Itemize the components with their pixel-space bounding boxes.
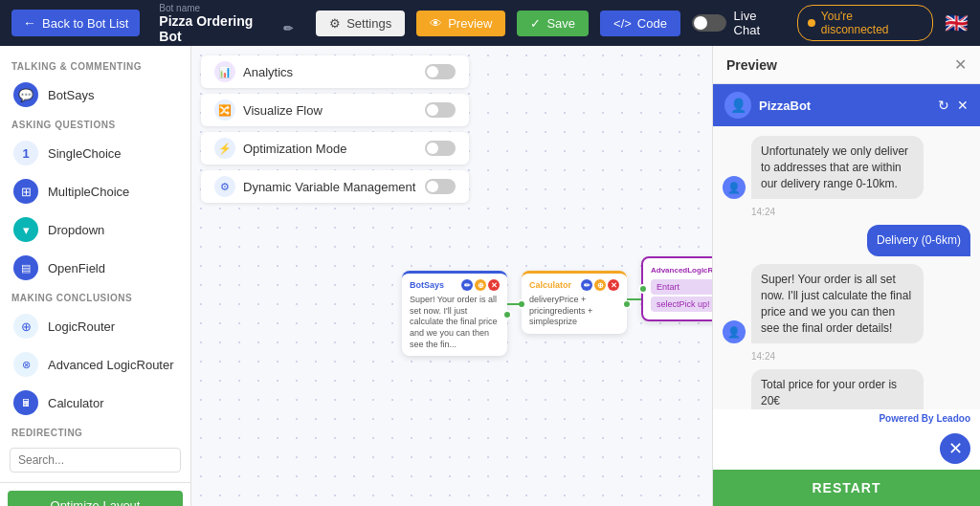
copy-node-icon[interactable]: ⊕ xyxy=(475,279,486,291)
chat-messages: 👤 Unfortunately we only deliver to addre… xyxy=(713,126,980,409)
bot-name-area: Bot name Pizza Ordering Bot ✏ xyxy=(159,3,293,44)
arrow-left-icon: ← xyxy=(23,15,36,31)
canvas-area[interactable]: 📊 Analytics 🔀 Visualize Flow ⚡ xyxy=(191,46,712,506)
section-redirecting-title: Redirecting xyxy=(0,422,190,442)
user-bubble-delivery: Delivery (0-6km) xyxy=(867,225,970,256)
analytics-icon: 📊 xyxy=(214,61,235,82)
edit-calc-icon[interactable]: ✏ xyxy=(581,279,592,291)
node-output-port[interactable] xyxy=(502,310,512,319)
optimization-toggle[interactable] xyxy=(425,141,456,156)
language-flag-icon[interactable]: 🇬🇧 xyxy=(945,11,969,34)
disconnected-badge: You're disconnected xyxy=(797,5,933,41)
sidebar-item-logicrouter[interactable]: ⊕ LogicRouter xyxy=(0,307,190,345)
close-chat-button[interactable]: ✕ xyxy=(957,98,969,113)
canvas-toolbar: 📊 Analytics 🔀 Visualize Flow ⚡ xyxy=(201,55,469,203)
preview-panel: Preview ✕ 👤 PizzaBot ↻ ✕ 👤 Unfortunately… xyxy=(712,46,980,506)
bot-avatar-2: 👤 xyxy=(723,320,746,343)
restart-label: RESTART xyxy=(812,480,880,495)
bot-bubble-1: Unfortunately we only deliver to address… xyxy=(751,136,924,199)
live-chat-toggle[interactable] xyxy=(692,14,726,32)
sidebar-search-input[interactable] xyxy=(10,448,181,473)
multiplechoice-icon: ⊞ xyxy=(13,179,38,204)
powered-by: Powered By Leadoo xyxy=(713,409,980,428)
sidebar-item-botsays[interactable]: 💬 BotSays xyxy=(0,76,190,114)
bot-name-value: Pizza Ordering Bot ✏ xyxy=(159,13,293,44)
section-making-title: Making Conclusions xyxy=(0,287,190,307)
chat-header: 👤 PizzaBot ↻ ✕ xyxy=(713,84,980,126)
bot-message-2: 👤 Super! Your order is all set now. I'll… xyxy=(723,264,970,343)
live-chat-area: Live Chat xyxy=(692,9,786,37)
code-icon: </> xyxy=(613,16,632,31)
sidebar-item-multiplechoice[interactable]: ⊞ MultipleChoice xyxy=(0,172,190,210)
advlogic-input-port[interactable] xyxy=(638,284,648,294)
visualize-tool-row[interactable]: 🔀 Visualize Flow xyxy=(201,94,469,126)
visualize-icon: 🔀 xyxy=(214,99,235,121)
chat-widget: 👤 PizzaBot ↻ ✕ 👤 Unfortunately we only d… xyxy=(713,84,980,506)
bot-name-label: Bot name xyxy=(159,3,293,13)
delete-node-icon[interactable]: ✕ xyxy=(488,279,500,291)
logicrouter-icon: ⊕ xyxy=(13,314,38,339)
botsays-icon: 💬 xyxy=(13,82,38,107)
advancedlogicrouter-icon: ⊗ xyxy=(13,352,38,377)
dropdown-icon: ▾ xyxy=(13,217,38,242)
eye-icon: 👁 xyxy=(430,16,442,31)
back-to-bot-list-button[interactable]: ← Back to Bot List xyxy=(11,10,140,36)
sidebar-bottom: Optimize Layout ⊙ Centralize xyxy=(0,482,190,506)
bot-message-3: 👤 Total price for your order is 20€ Base… xyxy=(723,369,970,409)
toggle-knob xyxy=(694,16,707,30)
sidebar: Talking & Commenting 💬 BotSays Asking Qu… xyxy=(0,46,191,506)
preview-header: Preview ✕ xyxy=(713,46,980,84)
advlogic-node[interactable]: AdvancedLogicRouter ✏ ⊕ ✕ Entart selectP… xyxy=(641,256,712,321)
optimization-icon: ⚡ xyxy=(214,138,235,159)
save-button[interactable]: ✓ Save xyxy=(517,11,589,36)
copy-calc-icon[interactable]: ⊕ xyxy=(594,279,606,291)
visualize-toggle[interactable] xyxy=(425,102,456,118)
close-preview-button[interactable]: ✕ xyxy=(954,55,967,74)
dynamic-toggle[interactable] xyxy=(425,179,456,194)
bot-message-1: 👤 Unfortunately we only deliver to addre… xyxy=(723,136,970,199)
sidebar-item-calculator[interactable]: 🖩 Calculator xyxy=(0,384,190,422)
sidebar-item-dropdown[interactable]: ▾ Dropdown xyxy=(0,210,190,249)
dynamic-icon: ⚙ xyxy=(214,176,235,197)
sidebar-search-area xyxy=(0,442,190,478)
dynamic-tool-row[interactable]: ⚙ Dynamic Variable Management xyxy=(201,170,469,203)
chat-bot-avatar: 👤 xyxy=(724,92,751,119)
advlogic-entry1[interactable]: Entart xyxy=(651,279,712,295)
settings-icon: ⚙ xyxy=(329,16,341,31)
bot-avatar-1: 👤 xyxy=(723,176,746,199)
calculator-icon: 🖩 xyxy=(13,390,38,415)
status-dot-icon xyxy=(808,19,815,27)
refresh-chat-button[interactable]: ↻ xyxy=(938,98,949,113)
preview-title: Preview xyxy=(726,57,777,73)
calc-input-port[interactable] xyxy=(517,299,526,309)
main-layout: Talking & Commenting 💬 BotSays Asking Qu… xyxy=(0,46,980,506)
optimization-tool-row[interactable]: ⚡ Optimization Mode xyxy=(201,132,469,165)
msg2-time: 14:24 xyxy=(751,351,970,362)
sidebar-item-openfield[interactable]: ▤ OpenField xyxy=(0,249,190,287)
calc-output-port[interactable] xyxy=(622,299,632,309)
advlogic-entry2[interactable]: selectPick up! xyxy=(651,297,712,312)
check-icon: ✓ xyxy=(530,16,541,31)
restart-bar[interactable]: RESTART xyxy=(713,470,980,506)
calculator-node[interactable]: Calculator ✏ ⊕ ✕ deliveryPrice + pricing… xyxy=(522,271,627,334)
analytics-toggle[interactable] xyxy=(425,64,456,79)
settings-button[interactable]: ⚙ Settings xyxy=(316,11,405,36)
chat-minimize-button[interactable]: ✕ xyxy=(940,433,970,464)
bot-bubble-2: Super! Your order is all set now. I'll j… xyxy=(751,264,924,343)
bot-bubble-3: Total price for your order is 20€ Base p… xyxy=(751,369,924,409)
openfield-icon: ▤ xyxy=(13,255,38,280)
botsays1-node[interactable]: BotSays ✏ ⊕ ✕ Super! Your order is all s… xyxy=(402,271,507,356)
msg1-time: 14:24 xyxy=(751,207,970,217)
user-message-delivery: Delivery (0-6km) xyxy=(723,225,970,256)
optimize-layout-button[interactable]: Optimize Layout xyxy=(8,491,183,506)
section-talking-title: Talking & Commenting xyxy=(0,55,190,76)
analytics-tool-row[interactable]: 📊 Analytics xyxy=(201,55,469,88)
preview-button[interactable]: 👁 Preview xyxy=(416,11,505,36)
chat-bot-name: PizzaBot xyxy=(759,99,811,113)
sidebar-item-singlechoice[interactable]: 1 SingleChoice xyxy=(0,134,190,172)
code-button[interactable]: </> Code xyxy=(600,11,680,36)
edit-bot-name-icon[interactable]: ✏ xyxy=(283,22,293,35)
edit-node-icon[interactable]: ✏ xyxy=(461,279,473,291)
sidebar-item-advancedlogicrouter[interactable]: ⊗ Advanced LogicRouter xyxy=(0,345,190,384)
delete-calc-icon[interactable]: ✕ xyxy=(608,279,619,291)
